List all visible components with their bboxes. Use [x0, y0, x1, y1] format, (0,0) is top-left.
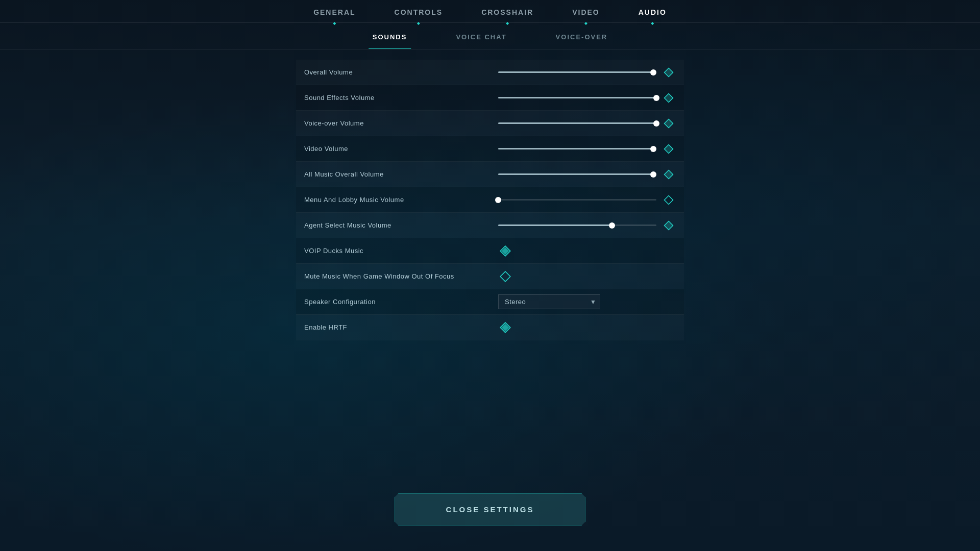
toggle-wrapper-voip_ducks_music [498, 244, 512, 258]
slider-container-all_music_volume [498, 167, 676, 182]
settings-container: GENERALCONTROLSCROSSHAIRVIDEOAUDIO SOUND… [0, 0, 980, 551]
svg-rect-8 [500, 246, 510, 256]
settings-row-voip_ducks_music: VOIP Ducks Music [296, 238, 684, 264]
slider-thumb-voice_over_volume[interactable] [653, 120, 659, 127]
setting-label-overall_volume: Overall Volume [304, 68, 498, 76]
settings-row-agent_select_music: Agent Select Music Volume [296, 213, 684, 238]
slider-fill-video_volume [498, 148, 653, 149]
setting-label-speaker_config: Speaker Configuration [304, 298, 498, 306]
nav-tab-crosshair[interactable]: CROSSHAIR [477, 0, 537, 22]
settings-row-speaker_config: Speaker ConfigurationStereoMonoSurround … [296, 289, 684, 315]
setting-label-agent_select_music: Agent Select Music Volume [304, 221, 498, 229]
slider-thumb-sound_effects_volume[interactable] [653, 95, 659, 101]
nav-tab-controls[interactable]: CONTROLS [390, 0, 447, 22]
settings-content: Overall VolumeSound Effects VolumeVoice-… [296, 60, 684, 473]
toggle-button-mute_music_window[interactable] [498, 269, 512, 284]
svg-rect-11 [500, 322, 510, 333]
setting-label-all_music_volume: All Music Overall Volume [304, 170, 498, 178]
reset-icon-sound_effects_volume[interactable] [662, 91, 676, 105]
setting-control-speaker_config: StereoMonoSurround 5.1Surround 7.1▼ [498, 294, 676, 309]
nav-tab-general[interactable]: GENERAL [309, 0, 359, 22]
settings-row-all_music_volume: All Music Overall Volume [296, 162, 684, 187]
reset-icon-agent_select_music[interactable] [662, 218, 676, 233]
slider-thumb-overall_volume[interactable] [650, 69, 656, 76]
slider-container-sound_effects_volume [498, 91, 676, 105]
slider-thumb-video_volume[interactable] [650, 146, 656, 152]
slider-track-voice_over_volume[interactable] [498, 122, 656, 124]
setting-control-video_volume [498, 142, 676, 156]
setting-control-enable_hrtf [498, 320, 676, 335]
settings-row-video_volume: Video Volume [296, 136, 684, 162]
svg-rect-2 [665, 119, 673, 128]
svg-rect-9 [500, 271, 510, 282]
setting-label-sound_effects_volume: Sound Effects Volume [304, 94, 498, 102]
setting-label-video_volume: Video Volume [304, 145, 498, 153]
slider-fill-sound_effects_volume [498, 97, 656, 98]
slider-track-overall_volume[interactable] [498, 71, 656, 73]
setting-control-mute_music_window [498, 269, 676, 284]
dropdown-speaker_config[interactable]: StereoMonoSurround 5.1Surround 7.1 [498, 294, 600, 309]
slider-track-menu_lobby_music[interactable] [498, 199, 656, 201]
slider-thumb-agent_select_music[interactable] [609, 222, 615, 229]
toggle-button-voip_ducks_music[interactable] [498, 244, 512, 258]
slider-container-video_volume [498, 142, 676, 156]
settings-row-voice_over_volume: Voice-over Volume [296, 111, 684, 136]
slider-container-overall_volume [498, 65, 676, 80]
settings-row-overall_volume: Overall Volume [296, 60, 684, 85]
settings-row-enable_hrtf: Enable HRTF [296, 315, 684, 340]
slider-thumb-all_music_volume[interactable] [650, 171, 656, 178]
close-btn-wrapper: CLOSE SETTINGS [395, 473, 586, 551]
svg-rect-6 [665, 221, 673, 230]
toggle-wrapper-mute_music_window [498, 269, 512, 284]
slider-fill-agent_select_music [498, 224, 612, 226]
slider-track-sound_effects_volume[interactable] [498, 97, 656, 98]
close-settings-button[interactable]: CLOSE SETTINGS [395, 493, 586, 525]
svg-rect-3 [665, 144, 673, 153]
setting-label-mute_music_window: Mute Music When Game Window Out Of Focus [304, 272, 498, 280]
settings-row-sound_effects_volume: Sound Effects Volume [296, 85, 684, 111]
nav-tab-video[interactable]: VIDEO [568, 0, 604, 22]
slider-track-agent_select_music[interactable] [498, 224, 656, 226]
slider-fill-overall_volume [498, 71, 653, 73]
setting-label-voice_over_volume: Voice-over Volume [304, 119, 498, 127]
sub-tab-voice_over[interactable]: VOICE-OVER [552, 31, 612, 43]
sub-nav: SOUNDSVOICE CHATVOICE-OVER [0, 23, 980, 49]
slider-container-agent_select_music [498, 218, 676, 233]
svg-rect-0 [665, 68, 673, 77]
svg-rect-5 [665, 195, 673, 204]
settings-row-menu_lobby_music: Menu And Lobby Music Volume [296, 187, 684, 213]
toggle-wrapper-enable_hrtf [498, 320, 512, 335]
top-nav-inner: GENERALCONTROLSCROSSHAIRVIDEOAUDIO [289, 0, 691, 22]
top-nav: GENERALCONTROLSCROSSHAIRVIDEOAUDIO [0, 0, 980, 23]
reset-icon-voice_over_volume[interactable] [662, 116, 676, 131]
reset-icon-menu_lobby_music[interactable] [662, 193, 676, 207]
setting-label-voip_ducks_music: VOIP Ducks Music [304, 247, 498, 255]
setting-label-menu_lobby_music: Menu And Lobby Music Volume [304, 196, 498, 204]
setting-control-all_music_volume [498, 167, 676, 182]
slider-track-all_music_volume[interactable] [498, 173, 656, 175]
slider-container-voice_over_volume [498, 116, 676, 131]
slider-container-menu_lobby_music [498, 193, 676, 207]
setting-label-enable_hrtf: Enable HRTF [304, 323, 498, 331]
toggle-button-enable_hrtf[interactable] [498, 320, 512, 335]
setting-control-voip_ducks_music [498, 244, 676, 258]
slider-fill-all_music_volume [498, 173, 653, 175]
setting-control-sound_effects_volume [498, 91, 676, 105]
reset-icon-overall_volume[interactable] [662, 65, 676, 80]
setting-control-voice_over_volume [498, 116, 676, 131]
svg-rect-4 [665, 170, 673, 179]
reset-icon-all_music_volume[interactable] [662, 167, 676, 182]
sub-tab-sounds[interactable]: SOUNDS [369, 31, 411, 43]
settings-row-mute_music_window: Mute Music When Game Window Out Of Focus [296, 264, 684, 289]
slider-track-video_volume[interactable] [498, 148, 656, 149]
setting-control-menu_lobby_music [498, 193, 676, 207]
slider-fill-voice_over_volume [498, 122, 656, 124]
svg-rect-1 [665, 93, 673, 102]
dropdown-wrapper-speaker_config: StereoMonoSurround 5.1Surround 7.1▼ [498, 294, 600, 309]
reset-icon-video_volume[interactable] [662, 142, 676, 156]
nav-tab-audio[interactable]: AUDIO [634, 0, 671, 22]
slider-thumb-menu_lobby_music[interactable] [495, 197, 501, 203]
sub-tab-voice_chat[interactable]: VOICE CHAT [452, 31, 510, 43]
setting-control-overall_volume [498, 65, 676, 80]
setting-control-agent_select_music [498, 218, 676, 233]
